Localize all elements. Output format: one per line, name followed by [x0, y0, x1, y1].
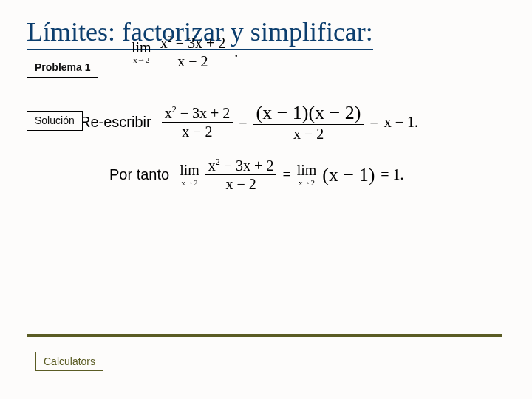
eq1: = — [239, 114, 247, 131]
den1: x − 2 — [174, 54, 211, 69]
num2: x2 − 3x + 2 — [165, 105, 231, 121]
calculators-link[interactable]: Calculators — [35, 352, 103, 371]
rhs-value: = 1. — [381, 166, 403, 183]
lim-sub-3: x→2 — [299, 179, 315, 187]
rhs-expr: (x − 1) — [322, 164, 375, 186]
eq2: = — [370, 114, 378, 131]
den4: x − 2 — [222, 177, 259, 191]
solution-label-box: Solución — [27, 111, 83, 131]
therefore-label: Por tanto — [109, 166, 169, 183]
rewrite-expression: Re-escribir x2 − 3x + 2 x − 2 = (x − 1)(… — [80, 103, 418, 141]
num4: x2 − 3x + 2 — [208, 157, 274, 174]
den3: x − 2 — [290, 126, 327, 141]
num3: (x − 1)(x − 2) — [253, 103, 364, 123]
rewrite-label: Re-escribir — [80, 114, 151, 131]
simplified: x − 1. — [384, 114, 418, 131]
therefore-expression: Por tanto lim x→2 x2 − 3x + 2 x − 2 = li… — [109, 158, 404, 191]
lim-sub-2: x→2 — [182, 179, 198, 187]
num1: x2 − 3x + 2 — [160, 35, 226, 51]
lim-sub: x→2 — [133, 56, 149, 64]
problem-label-box: Problema 1 — [27, 58, 98, 78]
footer-divider — [27, 334, 502, 337]
lim-label-3: lim — [297, 163, 317, 177]
lim-label-2: lim — [180, 163, 200, 177]
eq3: = — [282, 166, 290, 183]
lim-label: lim — [132, 40, 151, 55]
period1: . — [234, 44, 238, 61]
problem-expression: lim x→2 x2 − 3x + 2 x − 2 . — [132, 35, 238, 69]
den2: x − 2 — [179, 124, 215, 139]
